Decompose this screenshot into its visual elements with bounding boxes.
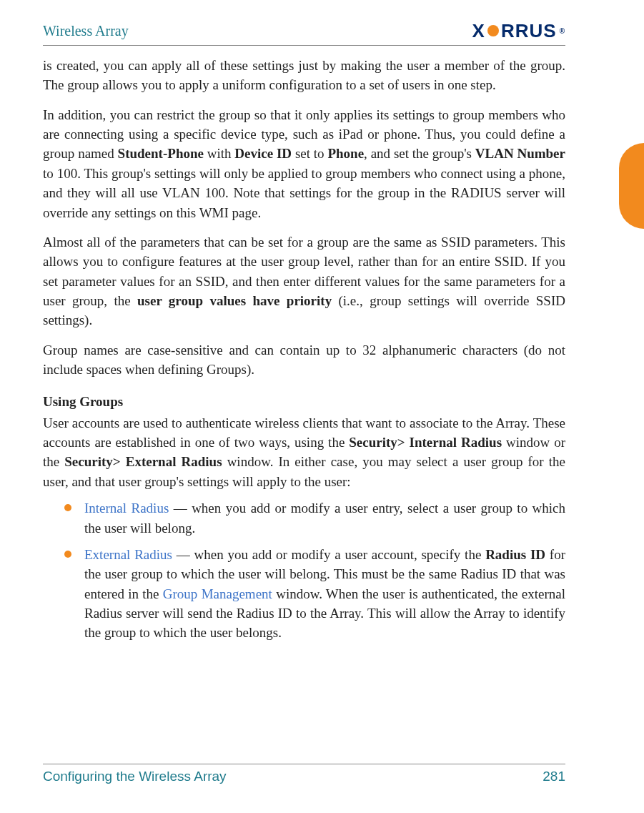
text-run: — when you add or modify a user account,…: [172, 547, 485, 562]
bullet-icon: [64, 504, 71, 511]
paragraph: User accounts are used to authenticate w…: [43, 413, 565, 491]
brand-logo-dot-icon: [487, 25, 499, 36]
list-item-text: External Radius — when you add or modify…: [84, 545, 565, 643]
paragraph: In addition, you can restrict the group …: [43, 105, 565, 222]
text-run: to 100. This group's settings will only …: [43, 166, 565, 220]
section-heading: Using Groups: [43, 392, 565, 411]
footer-rule: [43, 764, 565, 764]
link-text[interactable]: External Radius: [84, 547, 172, 562]
running-head: Wireless Array: [43, 23, 129, 39]
bullet-icon: [64, 551, 71, 558]
bold-term: Security> External Radius: [64, 454, 222, 469]
brand-logo: X RRUS ®: [472, 20, 565, 42]
text-run: is created, you can apply all of these s…: [43, 58, 565, 92]
bold-term: Radius ID: [485, 547, 545, 562]
brand-logo-registered: ®: [560, 27, 565, 35]
footer-page-number: 281: [543, 769, 565, 784]
page-header: Wireless Array X RRUS ®: [43, 18, 565, 44]
bold-term: Phone: [327, 146, 364, 161]
paragraph: Almost all of the parameters that can be…: [43, 232, 565, 330]
footer-section-title: Configuring the Wireless Array: [43, 769, 227, 784]
text-run: , and set the group's: [364, 146, 475, 161]
text-run: set to: [292, 146, 327, 161]
bullet-list: Internal Radius — when you add or modify…: [43, 498, 565, 643]
bold-term: VLAN Number: [475, 146, 565, 161]
footer-row: Configuring the Wireless Array 281: [43, 769, 565, 784]
link-text[interactable]: Group Management: [163, 586, 272, 601]
body-text: is created, you can apply all of these s…: [43, 56, 565, 643]
paragraph: Group names are case-sensitive and can c…: [43, 340, 565, 380]
list-item: External Radius — when you add or modify…: [43, 545, 565, 643]
list-item: Internal Radius — when you add or modify…: [43, 498, 565, 538]
bold-term: Student-Phone: [118, 146, 204, 161]
header-rule: [43, 45, 565, 46]
page-content: Wireless Array X RRUS ® is created, you …: [43, 18, 565, 784]
page-tab: [619, 143, 644, 229]
list-item-text: Internal Radius — when you add or modify…: [84, 498, 565, 538]
brand-logo-text: RRUS: [501, 20, 557, 42]
bold-term: Security> Internal Radius: [349, 435, 502, 450]
link-text[interactable]: Internal Radius: [84, 501, 169, 516]
text-run: Group names are case-sensitive and can c…: [43, 343, 565, 377]
paragraph: is created, you can apply all of these s…: [43, 56, 565, 95]
text-run: with: [204, 146, 234, 161]
bold-term: user group values have priority: [137, 293, 332, 308]
bold-term: Device ID: [234, 146, 292, 161]
page-footer: Configuring the Wireless Array 281: [43, 764, 565, 784]
brand-logo-text: X: [472, 20, 485, 42]
